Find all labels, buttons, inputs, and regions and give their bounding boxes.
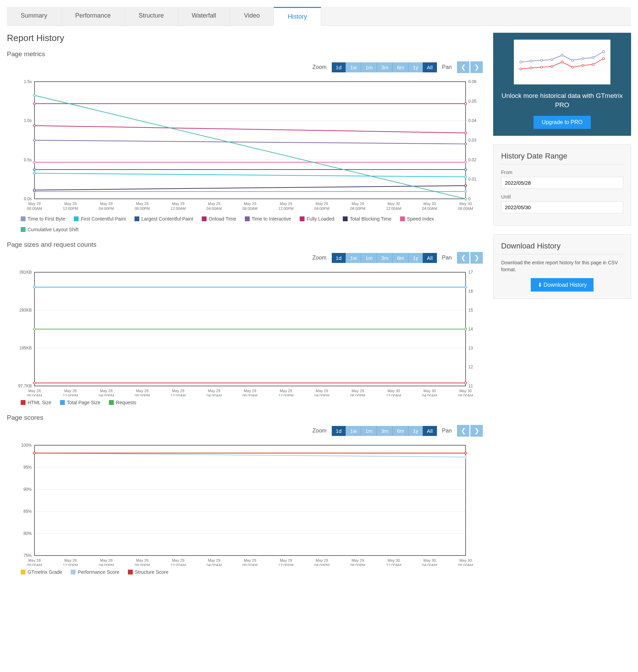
zoom-1y[interactable]: 1y [408,62,422,72]
pan-left-button[interactable]: ❮ [457,425,469,437]
tab-waterfall[interactable]: Waterfall [178,7,230,26]
svg-text:13: 13 [468,346,473,350]
svg-text:85%: 85% [23,509,32,514]
legend-item[interactable]: Total Page Size [60,400,100,405]
svg-text:May 29: May 29 [316,558,328,562]
svg-text:May 28: May 28 [64,202,77,206]
legend-item[interactable]: Onload Time [202,216,236,222]
legend-item[interactable]: Total Blocking Time [343,216,391,222]
zoom-6m[interactable]: 6m [392,62,408,72]
pan-label: Pan [442,64,452,70]
zoom-6m[interactable]: 6m [392,253,408,263]
svg-text:08:00AM: 08:00AM [458,206,473,211]
svg-point-145 [551,59,553,61]
until-label: Until [501,194,623,200]
zoom-buttons: 1d1w1m3m6m1yAll [332,426,437,436]
legend-label: Time to Interactive [252,216,291,222]
date-range-title: History Date Range [501,152,623,164]
download-button[interactable]: ⬇ Download History [531,278,594,292]
legend-item[interactable]: Speed Index [400,216,434,222]
pan-left-button[interactable]: ❮ [457,252,469,264]
tab-summary[interactable]: Summary [7,7,61,26]
svg-text:08:00PM: 08:00PM [134,394,150,396]
svg-text:0.04: 0.04 [468,118,477,123]
zoom-all[interactable]: All [422,62,437,72]
zoom-1d[interactable]: 1d [332,426,346,436]
legend-swatch [134,216,139,221]
zoom-all[interactable]: All [422,426,437,436]
svg-text:04:00PM: 04:00PM [99,206,114,211]
svg-text:May 30: May 30 [388,558,400,562]
svg-text:May 30: May 30 [423,558,436,562]
svg-text:08:00PM: 08:00PM [134,563,150,566]
svg-text:May 28: May 28 [100,202,112,206]
tab-history[interactable]: History [274,7,321,26]
legend-item[interactable]: Largest Contentful Paint [134,216,193,222]
svg-text:08:00PM: 08:00PM [350,563,365,566]
chart-controls-metrics: Zoom 1d1w1m3m6m1yAll Pan ❮ ❯ [7,61,483,73]
zoom-1d[interactable]: 1d [332,62,346,72]
tab-structure[interactable]: Structure [125,7,178,26]
legend-item[interactable]: HTML Size [21,400,51,405]
legend-item[interactable]: Fully Loaded [300,216,334,222]
zoom-1w[interactable]: 1w [346,426,361,436]
zoom-1w[interactable]: 1w [346,253,361,263]
zoom-1m[interactable]: 1m [361,426,377,436]
legend-item[interactable]: Time to Interactive [245,216,291,222]
legend-item[interactable]: Requests [109,400,136,405]
svg-text:04:00AM: 04:00AM [207,206,222,211]
pan-right-button[interactable]: ❯ [470,61,483,73]
svg-text:12:00AM: 12:00AM [386,206,401,211]
legend-item[interactable]: Cumulative Layout Shift [21,227,79,232]
svg-text:May 28: May 28 [28,389,41,393]
legend-item[interactable]: GTmetrix Grade [21,569,62,575]
zoom-1y[interactable]: 1y [408,426,422,436]
zoom-1m[interactable]: 1m [361,253,377,263]
legend-item[interactable]: Performance Score [71,569,119,575]
svg-text:May 29: May 29 [316,202,328,206]
pan-right-button[interactable]: ❯ [470,252,483,264]
until-input[interactable] [501,201,623,213]
upgrade-button[interactable]: Upgrade to PRO [534,116,591,129]
svg-text:08:00AM: 08:00AM [242,206,258,211]
legend-item[interactable]: First Contentful Paint [74,216,126,222]
section-title-scores: Page scores [7,414,483,421]
download-desc: Download the entire report history for t… [501,259,623,273]
svg-text:12:00PM: 12:00PM [278,206,293,211]
svg-text:12:00PM: 12:00PM [278,563,293,566]
legend-item[interactable]: Structure Score [128,569,168,575]
svg-text:0.06: 0.06 [468,79,477,84]
zoom-6m[interactable]: 6m [392,426,408,436]
svg-line-48 [34,186,466,190]
svg-text:100%: 100% [21,443,32,448]
legend-label: Speed Index [407,216,434,222]
zoom-1y[interactable]: 1y [408,253,422,263]
svg-line-43 [34,173,466,177]
chart-sizes: 97.7KB195KB293KB391KB 11121314151617 May… [7,265,483,396]
zoom-3m[interactable]: 3m [377,62,392,72]
zoom-1d[interactable]: 1d [332,253,346,263]
zoom-all[interactable]: All [422,253,437,263]
zoom-1w[interactable]: 1w [346,62,361,72]
legend-label: Largest Contentful Paint [141,216,193,222]
zoom-buttons: 1d1w1m3m6m1yAll [332,62,437,72]
zoom-1m[interactable]: 1m [361,62,377,72]
svg-text:293KB: 293KB [19,308,32,313]
legend-swatch [245,216,250,221]
svg-text:12:00PM: 12:00PM [278,394,293,396]
svg-text:12:00AM: 12:00AM [386,563,401,566]
from-input[interactable] [501,177,623,189]
legend-label: Requests [116,400,136,405]
pan-right-button[interactable]: ❯ [470,425,483,437]
svg-text:0.05: 0.05 [468,99,477,104]
legend-item[interactable]: Time to First Byte [21,216,65,222]
zoom-3m[interactable]: 3m [377,426,392,436]
legend-swatch [202,216,207,221]
tab-performance[interactable]: Performance [61,7,125,26]
legend-swatch [74,216,79,221]
zoom-3m[interactable]: 3m [377,253,392,263]
pan-left-button[interactable]: ❮ [457,61,469,73]
svg-text:May 30: May 30 [388,389,400,393]
tab-video[interactable]: Video [230,7,274,26]
legend-label: Cumulative Layout Shift [28,227,79,232]
